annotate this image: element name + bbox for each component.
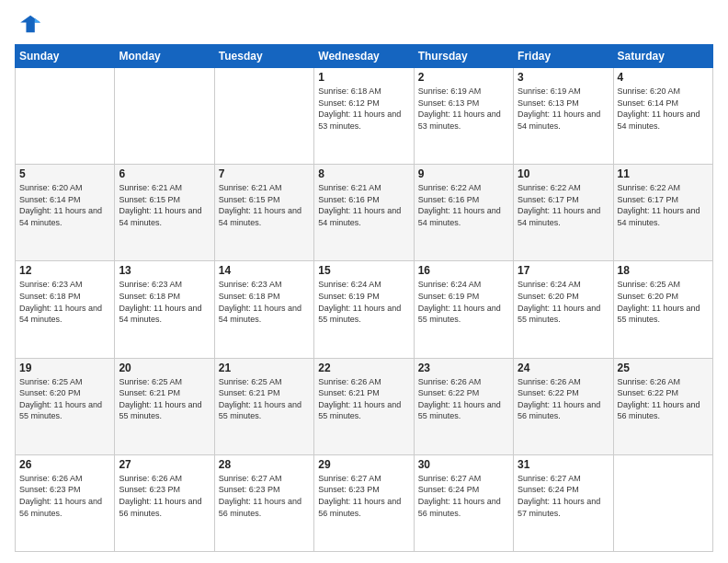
sunrise-label: Sunrise: 6:24 AM — [518, 280, 581, 289]
sunset-label: Sunset: 6:17 PM — [518, 195, 579, 204]
day-info: Sunrise: 6:26 AM Sunset: 6:23 PM Dayligh… — [19, 473, 110, 519]
day-info: Sunrise: 6:18 AM Sunset: 6:12 PM Dayligh… — [318, 86, 409, 132]
day-number: 12 — [19, 264, 110, 277]
calendar-cell: 26 Sunrise: 6:26 AM Sunset: 6:23 PM Dayl… — [16, 454, 115, 551]
calendar-cell — [214, 68, 313, 165]
day-number: 16 — [418, 264, 509, 277]
calendar-cell: 20 Sunrise: 6:25 AM Sunset: 6:21 PM Dayl… — [115, 358, 214, 454]
calendar-cell: 18 Sunrise: 6:25 AM Sunset: 6:20 PM Dayl… — [613, 261, 712, 358]
calendar-cell: 22 Sunrise: 6:26 AM Sunset: 6:21 PM Dayl… — [314, 358, 414, 454]
calendar-cell: 24 Sunrise: 6:26 AM Sunset: 6:22 PM Dayl… — [514, 358, 613, 454]
day-number: 17 — [518, 264, 609, 277]
header-row: SundayMondayTuesdayWednesdayThursdayFrid… — [16, 45, 713, 68]
sunrise-label: Sunrise: 6:22 AM — [518, 183, 581, 192]
sunset-label: Sunset: 6:14 PM — [19, 195, 81, 204]
calendar-cell: 4 Sunrise: 6:20 AM Sunset: 6:14 PM Dayli… — [613, 68, 712, 165]
daylight-label: Daylight: 11 hours and 57 minutes. — [518, 497, 600, 518]
day-info: Sunrise: 6:21 AM Sunset: 6:15 PM Dayligh… — [119, 182, 210, 228]
daylight-label: Daylight: 11 hours and 53 minutes. — [418, 109, 501, 131]
sunset-label: Sunset: 6:22 PM — [518, 388, 579, 397]
header — [15, 11, 713, 37]
weekday-header: Sunday — [16, 45, 115, 68]
sunrise-label: Sunrise: 6:22 AM — [418, 183, 482, 192]
sunrise-label: Sunrise: 6:26 AM — [119, 474, 182, 483]
calendar-cell: 19 Sunrise: 6:25 AM Sunset: 6:20 PM Dayl… — [16, 358, 115, 454]
day-number: 10 — [518, 167, 609, 180]
sunrise-label: Sunrise: 6:18 AM — [318, 86, 381, 96]
sunset-label: Sunset: 6:23 PM — [318, 485, 380, 494]
sunset-label: Sunset: 6:18 PM — [19, 292, 81, 301]
daylight-label: Daylight: 11 hours and 54 minutes. — [518, 206, 600, 227]
daylight-label: Daylight: 11 hours and 54 minutes. — [219, 304, 301, 325]
day-number: 20 — [119, 362, 210, 374]
sunrise-label: Sunrise: 6:21 AM — [318, 183, 381, 192]
sunrise-label: Sunrise: 6:26 AM — [418, 377, 482, 386]
daylight-label: Daylight: 11 hours and 54 minutes. — [618, 109, 700, 131]
day-number: 23 — [418, 362, 509, 374]
day-number: 14 — [219, 264, 310, 277]
daylight-label: Daylight: 11 hours and 54 minutes. — [518, 109, 600, 131]
sunset-label: Sunset: 6:23 PM — [119, 485, 180, 494]
day-info: Sunrise: 6:25 AM Sunset: 6:20 PM Dayligh… — [19, 376, 110, 422]
day-info: Sunrise: 6:22 AM Sunset: 6:17 PM Dayligh… — [518, 182, 609, 228]
day-info: Sunrise: 6:25 AM Sunset: 6:21 PM Dayligh… — [219, 376, 310, 422]
day-info: Sunrise: 6:26 AM Sunset: 6:22 PM Dayligh… — [618, 376, 709, 422]
sunset-label: Sunset: 6:19 PM — [418, 292, 480, 301]
calendar-cell: 9 Sunrise: 6:22 AM Sunset: 6:16 PM Dayli… — [414, 165, 513, 261]
day-number: 30 — [418, 458, 509, 471]
calendar-cell — [613, 454, 712, 551]
daylight-label: Daylight: 11 hours and 55 minutes. — [618, 304, 700, 325]
calendar-cell: 6 Sunrise: 6:21 AM Sunset: 6:15 PM Dayli… — [115, 165, 214, 261]
day-info: Sunrise: 6:27 AM Sunset: 6:23 PM Dayligh… — [219, 473, 310, 519]
daylight-label: Daylight: 11 hours and 56 minutes. — [318, 497, 401, 518]
day-info: Sunrise: 6:24 AM Sunset: 6:19 PM Dayligh… — [318, 279, 409, 325]
day-number: 19 — [19, 362, 110, 374]
calendar-cell: 21 Sunrise: 6:25 AM Sunset: 6:21 PM Dayl… — [214, 358, 313, 454]
daylight-label: Daylight: 11 hours and 55 minutes. — [418, 304, 501, 325]
sunrise-label: Sunrise: 6:20 AM — [19, 183, 83, 192]
calendar-cell: 31 Sunrise: 6:27 AM Sunset: 6:24 PM Dayl… — [514, 454, 613, 551]
sunrise-label: Sunrise: 6:25 AM — [618, 280, 681, 289]
calendar-cell: 15 Sunrise: 6:24 AM Sunset: 6:19 PM Dayl… — [314, 261, 414, 358]
weekday-header: Tuesday — [214, 45, 313, 68]
day-info: Sunrise: 6:23 AM Sunset: 6:18 PM Dayligh… — [219, 279, 310, 325]
calendar-cell: 29 Sunrise: 6:27 AM Sunset: 6:23 PM Dayl… — [314, 454, 414, 551]
daylight-label: Daylight: 11 hours and 55 minutes. — [518, 304, 600, 325]
calendar-cell: 8 Sunrise: 6:21 AM Sunset: 6:16 PM Dayli… — [314, 165, 414, 261]
calendar-cell: 11 Sunrise: 6:22 AM Sunset: 6:17 PM Dayl… — [613, 165, 712, 261]
sunrise-label: Sunrise: 6:24 AM — [318, 280, 381, 289]
sunrise-label: Sunrise: 6:24 AM — [418, 280, 482, 289]
day-info: Sunrise: 6:25 AM Sunset: 6:20 PM Dayligh… — [618, 279, 709, 325]
svg-marker-1 — [35, 18, 40, 23]
sunset-label: Sunset: 6:19 PM — [318, 292, 380, 301]
sunset-label: Sunset: 6:15 PM — [119, 195, 180, 204]
logo-icon — [15, 11, 40, 37]
sunset-label: Sunset: 6:16 PM — [418, 195, 480, 204]
sunset-label: Sunset: 6:24 PM — [418, 485, 480, 494]
svg-marker-0 — [20, 16, 40, 33]
calendar-cell: 16 Sunrise: 6:24 AM Sunset: 6:19 PM Dayl… — [414, 261, 513, 358]
daylight-label: Daylight: 11 hours and 56 minutes. — [618, 400, 700, 421]
calendar-cell — [16, 68, 115, 165]
sunset-label: Sunset: 6:21 PM — [119, 388, 180, 397]
day-number: 27 — [119, 458, 210, 471]
calendar-cell: 2 Sunrise: 6:19 AM Sunset: 6:13 PM Dayli… — [414, 68, 513, 165]
day-number: 4 — [618, 71, 709, 84]
day-number: 6 — [119, 167, 210, 180]
day-info: Sunrise: 6:26 AM Sunset: 6:23 PM Dayligh… — [119, 473, 210, 519]
sunrise-label: Sunrise: 6:26 AM — [19, 474, 83, 483]
logo — [15, 11, 44, 37]
sunrise-label: Sunrise: 6:27 AM — [418, 474, 482, 483]
day-info: Sunrise: 6:25 AM Sunset: 6:21 PM Dayligh… — [119, 376, 210, 422]
day-number: 29 — [318, 458, 409, 471]
sunrise-label: Sunrise: 6:22 AM — [618, 183, 681, 192]
daylight-label: Daylight: 11 hours and 55 minutes. — [19, 400, 102, 421]
sunset-label: Sunset: 6:18 PM — [219, 292, 280, 301]
daylight-label: Daylight: 11 hours and 54 minutes. — [119, 304, 201, 325]
calendar-cell: 17 Sunrise: 6:24 AM Sunset: 6:20 PM Dayl… — [514, 261, 613, 358]
sunset-label: Sunset: 6:20 PM — [518, 292, 579, 301]
sunrise-label: Sunrise: 6:19 AM — [518, 86, 581, 96]
sunrise-label: Sunrise: 6:19 AM — [418, 86, 482, 96]
calendar-week-row: 5 Sunrise: 6:20 AM Sunset: 6:14 PM Dayli… — [16, 165, 713, 261]
calendar-week-row: 26 Sunrise: 6:26 AM Sunset: 6:23 PM Dayl… — [16, 454, 713, 551]
